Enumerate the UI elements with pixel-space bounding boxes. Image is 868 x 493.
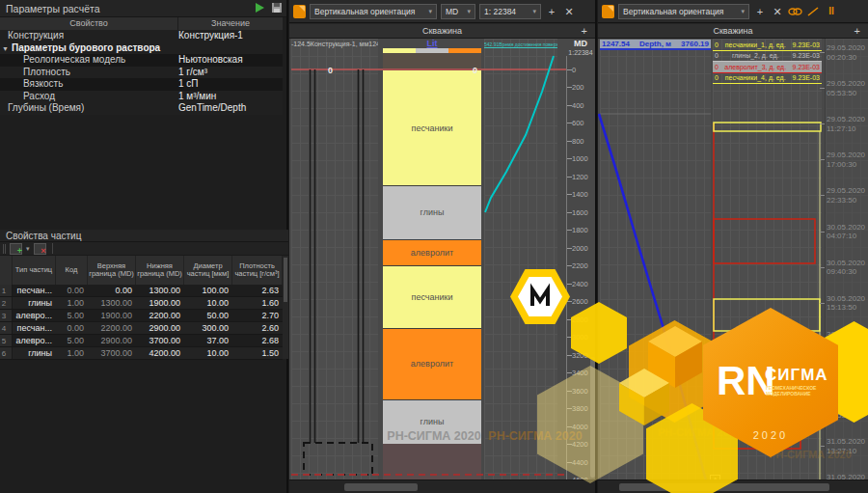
- watermark: РН-СИГМА 2020: [487, 429, 583, 443]
- legend-max: 9.23E-03: [793, 41, 820, 48]
- particle-cell: алевро...: [13, 310, 56, 321]
- calc-params-panel: Параметры расчёта Свойство Значение Конс…: [0, 0, 288, 493]
- silt3-step: [714, 219, 815, 263]
- mid-vertical-scrollbar[interactable]: [590, 357, 595, 478]
- delete-row-icon[interactable]: ×: [34, 243, 46, 255]
- property-row[interactable]: ▼Параметры бурового раствора: [0, 42, 283, 55]
- casing-zero-label: 0: [328, 66, 333, 75]
- time-tick-mark: [820, 123, 825, 124]
- particle-cell: глины: [13, 347, 56, 359]
- property-value: GenTime/Depth: [178, 102, 283, 115]
- add-view-button[interactable]: +: [753, 4, 767, 19]
- particle-cell: 1.00: [56, 297, 88, 309]
- measure-line-icon[interactable]: [806, 6, 820, 17]
- watermark: РН-СИГМА 2020: [651, 426, 747, 438]
- particle-cell: 2900.00: [136, 322, 184, 334]
- time-tick-mark: [820, 195, 825, 196]
- depth-track-header[interactable]: 1247.54 Depth, м 3760.19: [600, 40, 711, 50]
- property-row[interactable]: Вязкость1 сП: [0, 78, 283, 91]
- particle-cell: 0.00: [56, 285, 88, 296]
- add-row-icon[interactable]: +: [10, 243, 22, 255]
- depth-ref-select[interactable]: MD ▾: [441, 4, 475, 19]
- well-schematic-chart: песчаникиглиныалевролитпесчаникиалевроли…: [289, 39, 595, 479]
- particle-row[interactable]: 5алевро...5.002900.003700.0037.002.68: [0, 335, 283, 347]
- add-row-caret-icon[interactable]: ▾: [26, 245, 30, 253]
- legend-label: алевролит_3, д. ед.: [724, 64, 786, 70]
- property-row[interactable]: Реологическая модельНьютоновская: [0, 54, 283, 67]
- property-name: Реологическая модель: [0, 54, 178, 67]
- expander-icon[interactable]: ▼: [2, 45, 9, 52]
- legend-row[interactable]: 0песчаники_1, д. ед.9.23E-03: [713, 40, 822, 51]
- legend-max: 9.23E-03: [793, 74, 820, 81]
- particle-cell: 300.00: [184, 322, 232, 334]
- particle-row[interactable]: 2глины1.001300.001900.0010.001.60: [0, 297, 283, 310]
- document-icon[interactable]: [602, 5, 614, 18]
- particle-cell: 100.00: [184, 285, 232, 296]
- property-row[interactable]: Плотность1 г/см³: [0, 67, 283, 79]
- properties-table-header: Свойство Значение: [0, 17, 283, 30]
- particle-cell: 4200.00: [136, 347, 184, 359]
- add-tab-button[interactable]: +: [582, 24, 587, 39]
- legend-row[interactable]: 0песчаники_4, д. ед.9.23E-03: [713, 73, 822, 85]
- caret-down-icon: ▾: [741, 8, 745, 15]
- timestamp-label: 29.05.2020 00:20:30: [827, 43, 868, 62]
- time-tick-mark: [820, 374, 825, 375]
- property-row[interactable]: КонструкцияКонструкция-1: [0, 30, 283, 42]
- depth-curve: [599, 114, 707, 479]
- run-calculation-icon[interactable]: [254, 2, 265, 14]
- close-view-button[interactable]: ✕: [562, 4, 576, 19]
- caret-down-icon: ▾: [467, 8, 471, 15]
- property-row[interactable]: Глубины (Время)GenTime/Depth: [0, 102, 283, 115]
- row-number: 5: [0, 335, 13, 346]
- particle-cell: 1900.00: [88, 310, 136, 321]
- add-tab-button[interactable]: +: [854, 24, 860, 39]
- time-tick-mark: [820, 410, 825, 411]
- particle-row[interactable]: 3алевро...5.001900.002200.0050.002.70: [0, 310, 283, 322]
- legend-row[interactable]: 0глины_2, д. ед.9.23E-03: [713, 51, 822, 63]
- time-tick-mark: [820, 88, 825, 89]
- property-value: Конструкция-1: [178, 30, 283, 42]
- toolbar-separator: [52, 243, 53, 254]
- particle-column-header: Код: [56, 256, 88, 285]
- right-horizontal-scrollbar[interactable]: [598, 479, 868, 493]
- time-tick-mark: [820, 159, 825, 160]
- particle-cell: 0.00: [88, 285, 136, 296]
- tab-well[interactable]: Скважина: [598, 24, 868, 39]
- caret-down-icon: ▾: [428, 8, 432, 15]
- property-value: 1 сП: [178, 78, 283, 91]
- scale-select[interactable]: 1: 22384 ▾: [479, 4, 541, 19]
- watermark: РН-СИГМА 2020: [386, 429, 482, 443]
- watermark: РН-СИГМА 2020: [762, 449, 858, 460]
- link-tracks-icon[interactable]: [788, 6, 802, 17]
- particle-row[interactable]: 4песчан...0.002200.002900.00300.002.60: [0, 322, 283, 335]
- property-row[interactable]: Расход1 м³/мин: [0, 91, 283, 103]
- particle-cell: глины: [13, 297, 56, 309]
- properties-table: КонструкцияКонструкция-1▼Параметры буров…: [0, 30, 283, 115]
- close-view-button[interactable]: ✕: [771, 4, 784, 19]
- add-view-button[interactable]: +: [545, 4, 558, 19]
- particle-cell: 1300.00: [136, 285, 184, 296]
- document-icon[interactable]: [293, 5, 306, 18]
- legend-row[interactable]: 0алевролит_3, д. ед.9.23E-03: [713, 62, 822, 73]
- particle-row[interactable]: 6глины1.003700.004200.0010.001.50: [0, 347, 283, 360]
- split-view-icon[interactable]: II: [824, 6, 839, 16]
- particle-row[interactable]: 1песчан...0.000.001300.00100.002.63: [0, 285, 283, 297]
- particle-cell: 1.50: [232, 347, 283, 359]
- particles-table-scrollbar[interactable]: [283, 256, 288, 359]
- tab-well[interactable]: Скважина: [289, 24, 595, 39]
- time-tick-mark: [820, 232, 825, 233]
- timestamp-label: 29.05.2020 11:27:10: [827, 115, 868, 133]
- orientation-select[interactable]: Вертикальная ориентация ▾: [310, 4, 437, 19]
- particle-cell: 1300.00: [88, 297, 136, 309]
- property-value: 1 г/см³: [178, 67, 283, 79]
- mid-horizontal-scrollbar[interactable]: [289, 479, 595, 493]
- legend-label: глины_2, д. ед.: [732, 52, 779, 59]
- orientation-select[interactable]: Вертикальная ориентация ▾: [618, 4, 749, 19]
- timestamp-label: 30.05.2020 04:07:10: [827, 223, 868, 241]
- timestamp-label: 29.05.2020 05:53:50: [827, 79, 868, 97]
- property-name: Глубины (Время): [0, 102, 178, 115]
- particle-cell: 2200.00: [88, 322, 136, 334]
- save-icon[interactable]: [271, 2, 283, 14]
- column-header-value: Значение: [178, 17, 283, 30]
- time-tick-mark: [820, 52, 825, 53]
